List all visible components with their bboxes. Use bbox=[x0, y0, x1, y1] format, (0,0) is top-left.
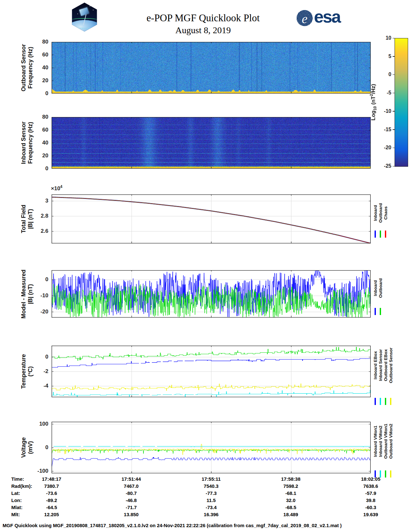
patch-star bbox=[90, 6, 90, 6]
temperature-legend-col: Outboard Sensor bbox=[388, 348, 393, 383]
table-cell: 7467.0 bbox=[104, 483, 159, 489]
colorbar-tick-mark bbox=[393, 93, 395, 94]
table-cell: 13.850 bbox=[104, 512, 159, 517]
temperature-legend: Inboard EBoxInboard SensorOutboard EBoxO… bbox=[373, 340, 393, 391]
colorbar-tick-mark bbox=[393, 38, 395, 39]
colorbar-tick-mark bbox=[393, 148, 395, 148]
total-field-legend-col: Chaos bbox=[383, 206, 388, 220]
colorbar-tick-mark bbox=[393, 56, 395, 57]
table-cell: 7598.2 bbox=[263, 483, 318, 489]
legend-swatch-inboard bbox=[375, 308, 376, 315]
table-cell: -46.8 bbox=[104, 498, 159, 503]
colorbar-tick-mark bbox=[393, 166, 395, 167]
table-row-label: Lat: bbox=[11, 490, 20, 496]
temperature-plot bbox=[52, 346, 371, 397]
outboard-spectrogram-ylabel: Outboard SensorFrequency (Hz) bbox=[20, 44, 34, 91]
table-cell: -68.1 bbox=[263, 490, 318, 496]
total-field-legend-swatches bbox=[373, 231, 388, 238]
voltage-legend-col: Outboard VMon1 bbox=[383, 424, 388, 459]
table-cell: -71.7 bbox=[104, 505, 159, 510]
legend-swatch-inboard-ebox bbox=[375, 398, 376, 405]
legend-label-inboard-sensor: Inboard Sensor bbox=[378, 349, 383, 381]
model-minus-measured-legend-col: Outboard bbox=[378, 278, 383, 298]
temperature-ylabel-line: Temperature bbox=[20, 354, 27, 389]
voltage-ylabel: Voltage(mV) bbox=[20, 437, 34, 458]
table-cell: 11.5 bbox=[184, 498, 239, 503]
legend-label-inboard: Inboard bbox=[373, 280, 378, 296]
colorbar-tick-mark bbox=[393, 129, 395, 130]
legend-swatch-outboard-sensor bbox=[390, 398, 391, 405]
outboard-spectrogram-ylabel-line: Frequency (Hz) bbox=[27, 44, 34, 91]
legend-swatch-inboard-sensor bbox=[380, 398, 381, 405]
table-cell: 16.396 bbox=[184, 512, 239, 517]
legend-label-outboard-sensor: Outboard Sensor bbox=[388, 348, 393, 383]
esa-logo-icon: e esa bbox=[297, 9, 345, 27]
inboard-spectrogram-ylabel: Inboard SensorFrequency (Hz) bbox=[20, 122, 34, 164]
colorbar-tick-label: 10 bbox=[375, 35, 391, 41]
table-cell: -89.2 bbox=[24, 498, 79, 503]
legend-label-inboard: Inboard bbox=[373, 205, 378, 221]
table-cell: -60.3 bbox=[343, 505, 398, 510]
outboard-spectrogram-ylabel-line: Outboard Sensor bbox=[20, 44, 27, 91]
inboard-spectrogram-ylabel-line: Inboard Sensor bbox=[20, 122, 27, 164]
model-minus-measured-ylabel-line: Model - Measured bbox=[20, 269, 27, 318]
legend-swatch-outboard bbox=[380, 308, 381, 315]
model-minus-measured-legend-col: Inboard bbox=[373, 280, 378, 296]
colorbar-label: Log10 (nT2/Hz) bbox=[369, 84, 377, 121]
legend-label-inboard-vmon1: Inboard VMon1 bbox=[373, 426, 378, 457]
voltage-legend: Inboard VMon1Inboard VMon2Outboard VMon1… bbox=[373, 416, 393, 467]
esa-emblem-icon: e bbox=[297, 10, 313, 26]
table-cell: 12.205 bbox=[24, 512, 79, 517]
temperature-ylabel-line: (°C) bbox=[27, 354, 34, 389]
voltage-legend-col: Outboard VMon2 bbox=[388, 424, 393, 459]
colorbar-tick-label: -25 bbox=[375, 163, 391, 169]
legend-label-outboard-vmon1: Outboard VMon1 bbox=[383, 424, 388, 459]
table-cell: 7380.7 bbox=[24, 483, 79, 489]
voltage-plot bbox=[52, 422, 371, 473]
inboard-spectrogram-ytick-label: 0 bbox=[26, 165, 48, 172]
table-cell: 17:48:17 bbox=[24, 476, 79, 482]
voltage-ytick-label: -100 bbox=[26, 468, 48, 474]
table-cell: 17:58:38 bbox=[263, 476, 318, 482]
table-cell: -64.5 bbox=[24, 505, 79, 510]
table-cell: 18.489 bbox=[263, 512, 318, 517]
table-row-label: Mlat: bbox=[11, 505, 23, 510]
temperature-legend-col: Outboard EBox bbox=[383, 349, 388, 381]
table-cell: 32.0 bbox=[263, 498, 318, 503]
table-cell: -68.5 bbox=[263, 505, 318, 510]
total-field-ytick-label: 3 bbox=[26, 198, 48, 204]
model-minus-measured-plot bbox=[52, 270, 371, 318]
legend-label-outboard: Outboard bbox=[378, 278, 383, 298]
colorbar-tick-mark bbox=[393, 74, 395, 75]
table-cell: 7540.3 bbox=[184, 483, 239, 489]
model-minus-measured-legend: InboardOutboard bbox=[373, 262, 383, 314]
colorbar-tick-mark bbox=[393, 111, 395, 112]
table-row-label: Mlt: bbox=[11, 512, 20, 517]
voltage-legend-col: Inboard VMon2 bbox=[378, 426, 383, 457]
table-cell: -77.3 bbox=[184, 490, 239, 496]
inboard-spectrogram-plot bbox=[52, 117, 371, 169]
patch-star bbox=[93, 10, 93, 10]
inboard-spectrogram-ylabel-line: Frequency (Hz) bbox=[27, 122, 34, 164]
temperature-legend-swatches bbox=[373, 398, 393, 405]
table-cell: 19.639 bbox=[343, 512, 398, 517]
legend-swatch-outboard bbox=[380, 231, 381, 238]
table-row-label: Lon: bbox=[11, 498, 22, 503]
esa-wordmark: esa bbox=[314, 6, 340, 26]
table-cell: 7638.6 bbox=[343, 483, 398, 489]
table-cell: 17:51:44 bbox=[104, 476, 159, 482]
colorbar bbox=[395, 38, 408, 167]
footer-text: MGF Quicklook using MGF_20190808_174817_… bbox=[3, 523, 411, 528]
legend-label-inboard-vmon2: Inboard VMon2 bbox=[378, 426, 383, 457]
patch-star bbox=[75, 7, 75, 8]
voltage-ylabel-line: (mV) bbox=[27, 437, 34, 458]
total-field-scale-label: ×104 bbox=[51, 184, 63, 192]
table-row-label: Time: bbox=[11, 476, 24, 482]
total-field-legend-col: Inboard bbox=[373, 205, 378, 221]
total-field-legend-col: Outboard bbox=[378, 203, 383, 223]
model-minus-measured-ylabel-line: |B| (nT) bbox=[27, 269, 34, 318]
legend-swatch-inboard bbox=[375, 231, 376, 238]
legend-label-outboard-vmon2: Outboard VMon2 bbox=[388, 424, 393, 459]
esa-emblem-e: e bbox=[299, 11, 310, 24]
total-field-ylabel-line: Total Field bbox=[20, 205, 27, 233]
